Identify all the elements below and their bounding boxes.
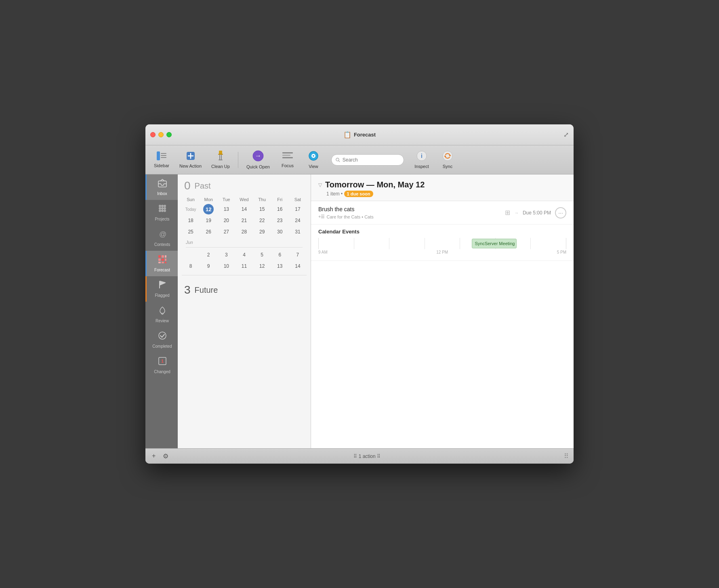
- minimize-button[interactable]: [158, 132, 164, 137]
- sidebar-item-changed[interactable]: 1 Changed: [145, 353, 178, 378]
- sidebar-item-review[interactable]: Review: [145, 302, 178, 327]
- contexts-label: Contexts: [154, 242, 170, 247]
- cal-day-14[interactable]: 14: [235, 204, 253, 215]
- cal-day-jun-2[interactable]: 2: [200, 249, 217, 260]
- cal-day-23[interactable]: 23: [271, 215, 289, 226]
- cal-day-30[interactable]: 30: [271, 226, 289, 237]
- quick-open-icon: →: [252, 150, 264, 163]
- past-count: 0: [184, 179, 191, 192]
- col-wed: Wed: [235, 197, 253, 202]
- cal-day-jun-13[interactable]: 13: [271, 260, 289, 272]
- col-fri: Fri: [271, 197, 289, 202]
- cal-day-19[interactable]: 19: [200, 215, 217, 226]
- cal-day-jun-5[interactable]: 5: [253, 249, 271, 260]
- contexts-icon: @: [158, 229, 167, 241]
- view-icon: [308, 151, 319, 163]
- view-button[interactable]: View: [301, 148, 326, 171]
- cal-day-20[interactable]: 20: [217, 215, 235, 226]
- inspect-label: Inspect: [414, 164, 429, 169]
- sidebar-item-completed[interactable]: Completed: [145, 327, 178, 353]
- svg-rect-40: [165, 255, 166, 258]
- sidebar-toggle-button[interactable]: Sidebar: [149, 149, 174, 170]
- cal-day-jun-8[interactable]: 8: [182, 260, 200, 272]
- sidebar-item-forecast[interactable]: Forecast: [145, 251, 178, 276]
- search-input[interactable]: [343, 157, 399, 163]
- tomorrow-title: Tomorrow — Mon, May 12: [325, 180, 425, 189]
- expand-button[interactable]: ⤢: [563, 131, 569, 139]
- cal-day-12[interactable]: 12: [200, 204, 217, 215]
- new-action-button[interactable]: New Action: [175, 149, 206, 171]
- cal-day-jun-4[interactable]: 4: [235, 249, 253, 260]
- bottom-status: ⠿ 1 action ⠿: [353, 454, 381, 459]
- close-button[interactable]: [150, 132, 156, 137]
- cal-day-jun-11[interactable]: 11: [235, 260, 253, 272]
- cal-day-jun-10[interactable]: 10: [217, 260, 235, 272]
- add-item-button[interactable]: +: [150, 452, 157, 461]
- settings-button[interactable]: ⚙︎: [161, 452, 170, 461]
- clean-up-label: Clean Up: [211, 164, 230, 169]
- svg-rect-43: [165, 258, 166, 261]
- clean-up-button[interactable]: Clean Up: [207, 148, 234, 171]
- future-header: 3 Future: [178, 279, 311, 300]
- cal-day-jun-14[interactable]: 14: [289, 260, 307, 272]
- cal-day-jun-6[interactable]: 6: [271, 249, 289, 260]
- changed-label: Changed: [154, 370, 170, 374]
- cal-day-26[interactable]: 26: [200, 226, 217, 237]
- jun-week-1: 2 3 4 5 6 7: [182, 249, 307, 260]
- past-label: Past: [195, 181, 211, 191]
- window-title: 📋 Forecast: [343, 131, 376, 139]
- cal-day-17[interactable]: 17: [289, 204, 307, 215]
- sidebar-item-inbox[interactable]: Inbox: [145, 174, 178, 200]
- cal-day-13[interactable]: 13: [217, 204, 235, 215]
- separator-1: [238, 152, 238, 168]
- svg-rect-1: [161, 153, 166, 154]
- calendar-event-syncserver[interactable]: SyncServer Meeting: [472, 239, 516, 248]
- sync-button[interactable]: Sync: [435, 148, 460, 171]
- cal-day-18[interactable]: 18: [182, 215, 200, 226]
- main-content: Inbox Projects @ Contexts: [145, 174, 574, 448]
- today-marker: 12: [203, 204, 214, 214]
- cal-day-22[interactable]: 22: [253, 215, 271, 226]
- cal-day-25[interactable]: 25: [182, 226, 200, 237]
- cal-day-21[interactable]: 21: [235, 215, 253, 226]
- forecast-label: Forecast: [154, 268, 170, 272]
- collapse-triangle-icon[interactable]: ▽: [318, 182, 322, 188]
- forecast-icon: [158, 255, 167, 266]
- quick-open-button[interactable]: → Quick Open: [242, 148, 274, 172]
- focus-button[interactable]: Focus: [275, 149, 300, 170]
- cal-day-15[interactable]: 15: [253, 204, 271, 215]
- timeline-12pm: 12 PM: [436, 250, 448, 254]
- cal-day-jun-3[interactable]: 3: [217, 249, 235, 260]
- col-thu: Thu: [253, 197, 271, 202]
- task-grid-icon: ⊞: [505, 209, 510, 216]
- cal-day-27[interactable]: 27: [217, 226, 235, 237]
- sidebar-item-flagged[interactable]: Flagged: [145, 276, 178, 302]
- svg-point-35: [161, 210, 164, 212]
- week-2: 18 19 20 21 22 23 24: [182, 215, 307, 226]
- changed-icon: 1: [158, 357, 167, 368]
- svg-point-33: [164, 207, 166, 210]
- cal-day-28[interactable]: 28: [235, 226, 253, 237]
- cal-day-jun-12[interactable]: 12: [253, 260, 271, 272]
- cal-day-31[interactable]: 31: [289, 226, 307, 237]
- sidebar-item-contexts[interactable]: @ Contexts: [145, 225, 178, 251]
- task-row[interactable]: Brush the cats +☰ Care for the Cats • Ca…: [311, 201, 574, 225]
- svg-point-30: [164, 205, 166, 207]
- fullscreen-button[interactable]: [166, 132, 172, 137]
- calendar-events-label: Calendar Events: [318, 229, 566, 235]
- section-divider: [182, 275, 307, 275]
- svg-rect-3: [161, 157, 166, 158]
- svg-rect-11: [219, 160, 223, 160]
- task-more-button[interactable]: ···: [555, 207, 566, 218]
- cal-day-29[interactable]: 29: [253, 226, 271, 237]
- sidebar-item-projects[interactable]: Projects: [145, 200, 178, 225]
- cal-day-jun-9[interactable]: 9: [200, 260, 217, 272]
- svg-rect-2: [161, 155, 166, 156]
- cal-day-24[interactable]: 24: [289, 215, 307, 226]
- cal-day-jun-7[interactable]: 7: [289, 249, 307, 260]
- svg-rect-38: [158, 255, 161, 258]
- cal-day-16[interactable]: 16: [271, 204, 289, 215]
- search-box[interactable]: [331, 154, 404, 166]
- timeline-labels: 9 AM 12 PM 5 PM: [318, 249, 566, 255]
- inspect-button[interactable]: i Inspect: [410, 148, 434, 171]
